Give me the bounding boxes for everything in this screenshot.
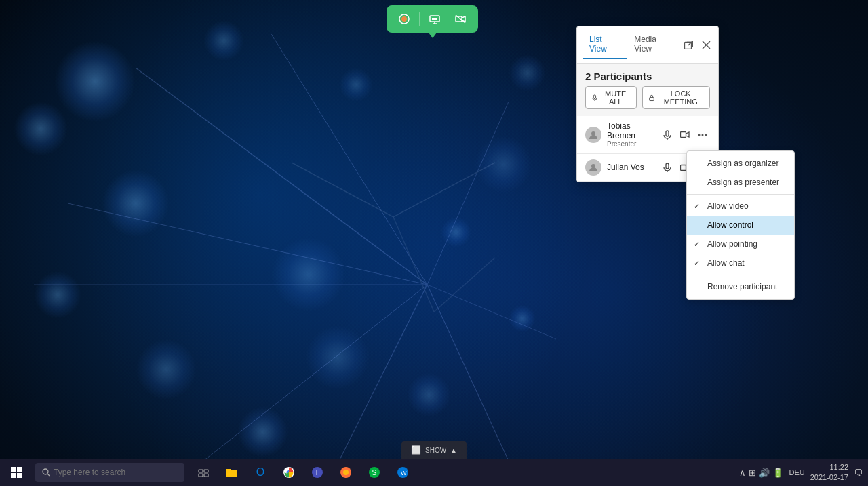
language-indicator[interactable]: DEU	[789, 468, 804, 477]
more-btn-tobias[interactable]	[695, 127, 710, 142]
show-icon: ⬜	[411, 445, 421, 455]
svg-rect-38	[17, 473, 22, 478]
tab-media-view[interactable]: Media View	[627, 31, 682, 59]
participant-info-tobias: Tobias Bremen Presenter	[607, 121, 654, 148]
mute-all-label: MUTE ALL	[601, 89, 631, 106]
svg-line-2	[271, 34, 427, 285]
notification-icon[interactable]: 🗨	[854, 468, 863, 478]
show-bar[interactable]: ⬜ SHOW ▲	[401, 441, 467, 459]
lock-meeting-button[interactable]: LOCK MEETING	[642, 86, 710, 109]
svg-rect-25	[681, 132, 686, 138]
outlook-button[interactable]: O	[247, 459, 274, 486]
participant-role-tobias: Presenter	[607, 140, 654, 148]
menu-assign-presenter-label: Assign as presenter	[707, 178, 779, 187]
check-allow-video: ✓	[694, 202, 700, 211]
menu-allow-control[interactable]: Allow control	[687, 216, 794, 235]
record-button[interactable]	[392, 8, 416, 30]
svg-line-0	[136, 68, 427, 285]
mute-all-button[interactable]: MUTE ALL	[585, 86, 637, 109]
taskbar-date-value: 2021-02-17	[810, 472, 848, 483]
svg-rect-37	[11, 473, 16, 478]
svg-rect-14	[432, 18, 437, 20]
avatar-julian	[585, 159, 601, 176]
chrome-button[interactable]	[275, 459, 302, 486]
check-allow-chat: ✓	[694, 259, 700, 268]
taskbar-right: ∧ ⊞ 🔊 🔋 DEU 11:22 2021-02-17 🗨	[739, 462, 868, 483]
svg-point-28	[705, 134, 707, 136]
menu-allow-video-label: Allow video	[707, 201, 749, 211]
taskbar: O T S W ∧ ⊞ 🔊 🔋 DEU 11:22 2021-02-17	[0, 459, 868, 486]
svg-line-4	[339, 285, 427, 461]
close-icon[interactable]	[699, 38, 713, 52]
svg-text:W: W	[401, 470, 407, 477]
video-off-button[interactable]	[448, 8, 473, 30]
svg-rect-43	[199, 474, 203, 477]
explorer-button[interactable]	[218, 459, 245, 486]
tray-battery: 🔋	[772, 468, 783, 478]
participant-row-tobias: Tobias Bremen Presenter	[577, 116, 718, 154]
panel-header: List View Media View	[577, 26, 718, 64]
svg-rect-42	[204, 470, 208, 472]
participant-controls-tobias	[660, 127, 710, 142]
menu-allow-chat-label: Allow chat	[707, 258, 745, 268]
taskbar-clock[interactable]: 11:22 2021-02-17	[810, 462, 848, 483]
tray-arrow[interactable]: ∧	[739, 468, 746, 478]
context-menu: Assign as organizer Assign as presenter …	[686, 150, 795, 300]
svg-rect-44	[204, 474, 208, 477]
svg-rect-35	[11, 467, 16, 472]
screen-share-button[interactable]	[422, 8, 447, 30]
svg-rect-36	[17, 467, 22, 472]
menu-allow-chat[interactable]: ✓ Allow chat	[687, 254, 794, 272]
participants-count: 2 Participants	[577, 64, 718, 86]
firefox-button[interactable]	[332, 459, 359, 486]
tray-speaker[interactable]: 🔊	[759, 468, 770, 478]
menu-allow-pointing[interactable]: ✓ Allow pointing	[687, 235, 794, 254]
lock-meeting-label: LOCK MEETING	[657, 89, 704, 106]
svg-point-50	[343, 470, 349, 475]
toolbar-chevron	[429, 33, 437, 38]
svg-point-10	[401, 16, 407, 22]
svg-rect-22	[649, 98, 654, 101]
svg-line-40	[48, 474, 50, 477]
panel-actions: MUTE ALL LOCK MEETING	[577, 86, 718, 116]
panel-header-actions	[682, 38, 713, 52]
svg-text:T: T	[315, 469, 319, 477]
taskbar-time-value: 11:22	[810, 462, 848, 472]
menu-remove-participant[interactable]: Remove participant	[687, 277, 794, 296]
show-chevron-icon: ▲	[450, 447, 457, 454]
menu-assign-organizer[interactable]: Assign as organizer	[687, 154, 794, 173]
system-tray: ∧ ⊞ 🔊 🔋	[739, 468, 783, 478]
svg-line-7	[427, 285, 509, 461]
tray-network[interactable]: ⊞	[749, 468, 756, 478]
menu-assign-organizer-label: Assign as organizer	[707, 159, 778, 168]
avatar-tobias	[585, 127, 601, 143]
task-view-button[interactable]	[190, 459, 217, 486]
app7-button[interactable]: W	[389, 459, 416, 486]
top-toolbar	[387, 5, 478, 33]
participant-name-julian: Julian Vos	[607, 163, 654, 172]
tab-list-view[interactable]: List View	[583, 31, 627, 59]
svg-point-39	[43, 469, 48, 474]
video-btn-tobias[interactable]	[677, 127, 692, 142]
mic-btn-julian[interactable]	[660, 160, 675, 175]
app6-button[interactable]: S	[361, 459, 388, 486]
svg-line-18	[688, 41, 693, 45]
taskbar-search[interactable]	[35, 463, 184, 482]
popout-icon[interactable]	[682, 38, 695, 52]
show-label: SHOW	[425, 447, 446, 454]
svg-point-27	[702, 134, 704, 136]
menu-allow-video[interactable]: ✓ Allow video	[687, 197, 794, 216]
svg-line-8	[427, 285, 556, 339]
search-input[interactable]	[54, 468, 178, 477]
mic-btn-tobias[interactable]	[660, 127, 675, 142]
menu-remove-participant-label: Remove participant	[707, 282, 777, 291]
svg-rect-41	[199, 470, 203, 472]
check-allow-pointing: ✓	[694, 240, 700, 249]
menu-allow-pointing-label: Allow pointing	[707, 239, 757, 249]
teams-button[interactable]: T	[304, 459, 331, 486]
svg-text:S: S	[372, 469, 377, 477]
svg-line-5	[203, 285, 427, 461]
taskbar-app-icons: O T S W	[190, 459, 416, 486]
start-button[interactable]	[0, 459, 33, 486]
menu-assign-presenter[interactable]: Assign as presenter	[687, 173, 794, 192]
